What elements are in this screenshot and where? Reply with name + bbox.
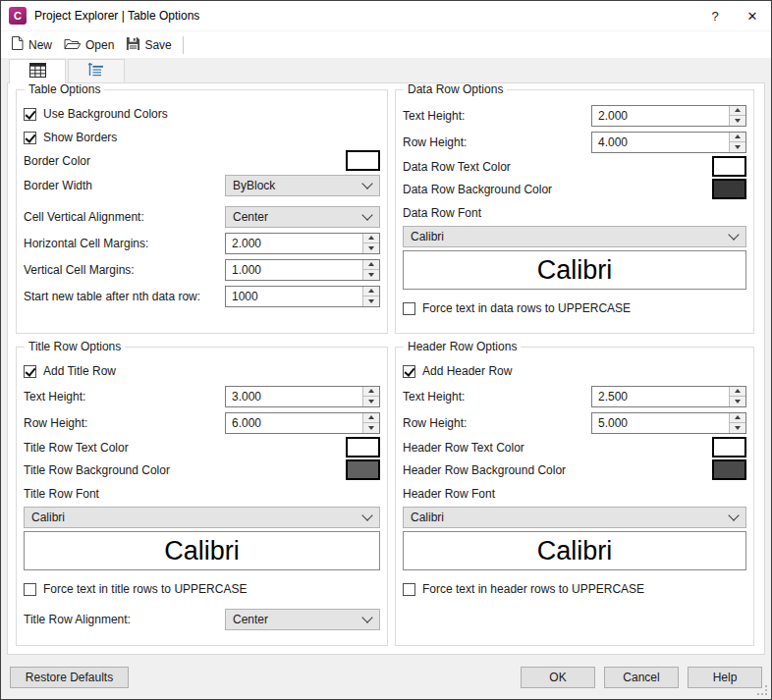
- add-header-row-checkbox[interactable]: Add Header Row: [403, 359, 746, 383]
- title-row-font-dropdown[interactable]: Calibri: [24, 507, 380, 528]
- open-button[interactable]: Open: [59, 32, 121, 58]
- data-row-text-color-swatch[interactable]: [712, 156, 746, 177]
- header-row-height-spinner[interactable]: 5.000: [591, 412, 746, 434]
- title-rows-uppercase-checkbox[interactable]: Force text in title rows to UPPERCASE: [24, 577, 380, 601]
- data-row-font-preview: Calibri: [403, 250, 746, 290]
- cell-vertical-alignment-dropdown[interactable]: Center: [225, 206, 380, 228]
- checkbox-box: [403, 365, 415, 378]
- data-text-height-spinner[interactable]: 2.000: [591, 105, 746, 127]
- header-row-background-color-swatch[interactable]: [712, 459, 746, 480]
- chevron-down-icon: [361, 209, 372, 220]
- title-row-background-color-row: Title Row Background Color: [24, 458, 380, 481]
- data-row-font-dropdown[interactable]: Calibri: [403, 226, 746, 247]
- title-row-alignment-dropdown[interactable]: Center: [225, 609, 380, 630]
- spin-down-button[interactable]: [363, 397, 379, 406]
- data-row-text-color-label: Data Row Text Color: [403, 160, 511, 174]
- tab-style-list[interactable]: [68, 59, 125, 82]
- outline-list-icon: [88, 63, 104, 81]
- help-button[interactable]: Help: [688, 667, 762, 688]
- checkbox-box: [24, 132, 36, 144]
- vertical-cell-margins-row: Vertical Cell Margins: 1.000: [24, 256, 380, 283]
- header-row-font-preview: Calibri: [403, 531, 746, 570]
- tab-table-options[interactable]: [9, 59, 66, 83]
- start-new-table-spinner[interactable]: 1000: [225, 286, 380, 307]
- title-row-options-group: Title Row Options Add Title Row Text Hei…: [16, 347, 388, 646]
- group-title: Title Row Options: [25, 340, 125, 353]
- horizontal-cell-margins-label: Horizontal Cell Margins:: [24, 237, 148, 250]
- cancel-button[interactable]: Cancel: [604, 667, 679, 688]
- spin-down-button[interactable]: [730, 142, 745, 152]
- data-row-background-color-row: Data Row Background Color: [403, 178, 746, 200]
- horizontal-cell-margins-spinner[interactable]: 2.000: [225, 233, 380, 254]
- ok-button[interactable]: OK: [521, 667, 595, 688]
- spin-up-button[interactable]: [363, 387, 379, 398]
- spin-down-button[interactable]: [730, 116, 745, 126]
- help-caption-button[interactable]: ?: [696, 1, 734, 30]
- spin-up-button[interactable]: [730, 133, 745, 143]
- use-background-colors-checkbox[interactable]: Use Background Colors: [24, 102, 380, 126]
- spin-up-button[interactable]: [363, 287, 379, 297]
- header-rows-uppercase-checkbox[interactable]: Force text in header rows to UPPERCASE: [403, 577, 746, 601]
- save-floppy-icon: [126, 36, 140, 54]
- save-button[interactable]: Save: [121, 32, 178, 58]
- group-title: Header Row Options: [404, 340, 521, 353]
- spin-down-button[interactable]: [730, 423, 745, 433]
- spin-down-button[interactable]: [730, 397, 745, 406]
- header-row-font-dropdown[interactable]: Calibri: [403, 507, 746, 528]
- title-row-height-row: Row Height: 6.000: [24, 409, 380, 436]
- new-button[interactable]: New: [5, 32, 59, 58]
- tab-strip: [1, 58, 771, 82]
- header-row-text-color-label: Header Row Text Color: [403, 441, 524, 455]
- resize-grip[interactable]: [757, 685, 768, 696]
- chevron-down-icon: [361, 178, 372, 188]
- title-row-background-color-swatch[interactable]: [346, 459, 380, 480]
- spin-up-button[interactable]: [730, 413, 745, 424]
- add-title-row-checkbox[interactable]: Add Title Row: [24, 359, 380, 383]
- dropdown-value: Calibri: [31, 511, 65, 524]
- open-folder-icon: [64, 36, 82, 54]
- data-row-background-color-swatch[interactable]: [712, 179, 746, 199]
- toolbar: New Open Save: [1, 30, 771, 58]
- vertical-cell-margins-label: Vertical Cell Margins:: [24, 263, 135, 277]
- restore-defaults-button[interactable]: Restore Defaults: [10, 667, 129, 688]
- tab-page: Table Options Use Background Colors Show…: [7, 82, 765, 655]
- data-row-height-spinner[interactable]: 4.000: [591, 132, 746, 153]
- header-row-text-color-swatch[interactable]: [712, 437, 746, 458]
- spinner-value: 4.000: [592, 133, 729, 152]
- title-row-text-color-swatch[interactable]: [346, 437, 380, 458]
- spin-up-button[interactable]: [363, 234, 379, 244]
- spinner-value: 2.500: [592, 387, 729, 406]
- chevron-down-icon: [728, 229, 739, 240]
- spin-down-button[interactable]: [363, 296, 379, 306]
- text-height-label: Text Height:: [403, 109, 465, 123]
- spin-down-button[interactable]: [363, 423, 379, 433]
- checkbox-box: [403, 302, 415, 315]
- title-text-height-row: Text Height: 3.000: [24, 383, 380, 409]
- window-title: Project Explorer | Table Options: [34, 9, 696, 23]
- data-rows-uppercase-checkbox[interactable]: Force text in data rows to UPPERCASE: [403, 296, 746, 320]
- border-color-swatch[interactable]: [346, 150, 380, 171]
- border-width-dropdown[interactable]: ByBlock: [225, 175, 380, 196]
- header-text-height-spinner[interactable]: 2.500: [591, 386, 746, 407]
- open-button-label: Open: [85, 38, 114, 52]
- spin-up-button[interactable]: [363, 413, 379, 424]
- spin-down-button[interactable]: [363, 270, 379, 280]
- vertical-cell-margins-spinner[interactable]: 1.000: [225, 259, 380, 281]
- border-color-label: Border Color: [24, 154, 90, 168]
- checkbox-label: Show Borders: [43, 131, 117, 144]
- spin-up-button[interactable]: [730, 387, 745, 398]
- title-row-text-color-row: Title Row Text Color: [24, 436, 380, 458]
- chevron-down-icon: [361, 612, 372, 622]
- spinner-value: 2.000: [226, 234, 362, 253]
- spinner-value: 1.000: [226, 260, 362, 280]
- spin-up-button[interactable]: [363, 260, 379, 271]
- close-button[interactable]: ✕: [734, 1, 771, 30]
- data-row-height-row: Row Height: 4.000: [403, 129, 746, 155]
- title-row-height-spinner[interactable]: 6.000: [225, 412, 380, 434]
- show-borders-checkbox[interactable]: Show Borders: [24, 126, 380, 149]
- spin-down-button[interactable]: [363, 243, 379, 253]
- title-text-height-spinner[interactable]: 3.000: [225, 386, 380, 407]
- checkbox-label: Force text in title rows to UPPERCASE: [43, 582, 247, 596]
- header-row-options-group: Header Row Options Add Header Row Text H…: [395, 347, 754, 646]
- spin-up-button[interactable]: [730, 106, 745, 117]
